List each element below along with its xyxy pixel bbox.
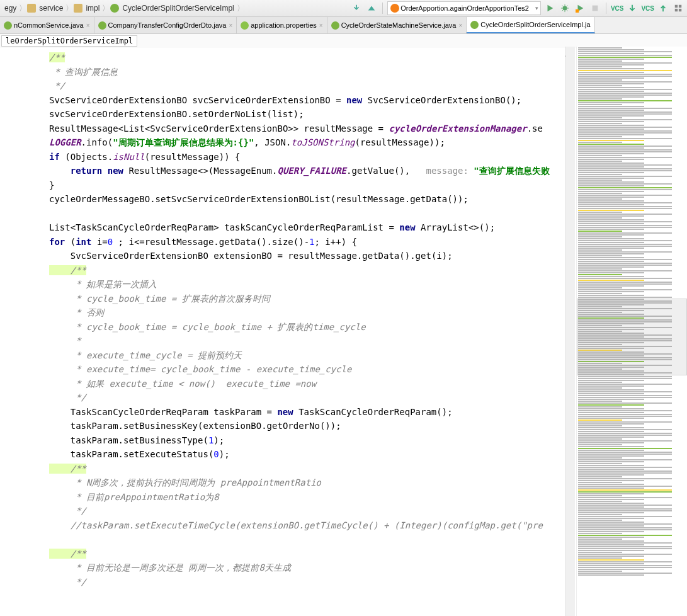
bc-item-class[interactable]: CycleOrderSplitOrderServiceImpl	[120, 4, 236, 13]
code-minimap[interactable]: // generate minimap lines procedurally	[576, 47, 687, 616]
bc-item-egy[interactable]: egy	[3, 4, 18, 13]
tab-state-machine[interactable]: CycleOrderStateMachineService.java×	[327, 17, 467, 33]
svg-rect-4	[679, 5, 681, 8]
debug-button[interactable]	[559, 2, 571, 14]
java-icon	[331, 21, 339, 30]
stop-button[interactable]	[589, 2, 601, 14]
chevron-right-icon: 〉	[65, 3, 74, 14]
java-icon	[4, 21, 12, 30]
class-icon	[110, 4, 119, 13]
bc-item-service[interactable]: service	[37, 4, 65, 13]
svg-rect-3	[675, 5, 678, 8]
chevron-right-icon: 〉	[101, 3, 110, 14]
close-icon[interactable]: ×	[86, 22, 90, 29]
folder-icon	[27, 4, 36, 13]
vcs-label: VCS	[611, 5, 624, 12]
java-icon	[470, 21, 479, 29]
svg-rect-2	[593, 6, 598, 11]
run-button[interactable]	[543, 2, 556, 14]
vcs-update-button[interactable]	[626, 2, 639, 14]
tab-app-properties[interactable]: application.properties×	[237, 17, 327, 33]
folder-icon	[74, 4, 82, 13]
class-breadcrumb: leOrderSplitOrderServiceImpl	[0, 34, 687, 48]
properties-icon	[241, 21, 249, 30]
run-config-label: OrderApportion.againOrderApportionTes2	[400, 4, 529, 12]
test-icon	[390, 4, 399, 13]
breadcrumb[interactable]: egy 〉 service 〉 impl 〉 CycleOrderSplitOr…	[3, 3, 245, 14]
vcs-label-2: VCS	[641, 5, 654, 12]
tab-company-transfer[interactable]: CompanyTransferConfigOrderDto.java×	[94, 17, 237, 33]
vcs-commit-button[interactable]	[657, 2, 669, 14]
toolbar-btn-build[interactable]	[365, 2, 378, 14]
editor-tabs: nCommonService.java× CompanyTransferConf…	[0, 17, 687, 34]
toolbar-btn-down[interactable]	[350, 2, 363, 14]
chevron-right-icon: 〉	[236, 3, 245, 14]
close-icon[interactable]: ×	[458, 22, 462, 29]
svg-rect-6	[679, 9, 681, 11]
chevron-right-icon: 〉	[18, 3, 27, 14]
class-breadcrumb-item[interactable]: leOrderSplitOrderServiceImpl	[1, 35, 137, 47]
toolbar-more-button[interactable]	[672, 2, 684, 14]
run-coverage-button[interactable]	[574, 2, 586, 14]
svg-rect-1	[576, 9, 579, 13]
bc-item-impl[interactable]: impl	[84, 4, 101, 13]
java-icon	[98, 21, 106, 30]
svg-point-0	[562, 6, 567, 11]
toolbar: egy 〉 service 〉 impl 〉 CycleOrderSplitOr…	[0, 0, 687, 17]
tab-common-service[interactable]: nCommonService.java×	[0, 17, 94, 33]
svg-rect-5	[675, 9, 678, 11]
close-icon[interactable]: ×	[229, 22, 232, 29]
vertical-scrollbar[interactable]	[565, 47, 575, 616]
tab-split-order-impl[interactable]: CycleOrderSplitOrderServiceImpl.ja	[467, 17, 594, 33]
run-config-dropdown[interactable]: OrderApportion.againOrderApportionTes2	[387, 1, 541, 15]
toolbar-right: OrderApportion.againOrderApportionTes2 V…	[350, 1, 684, 15]
close-icon[interactable]: ×	[319, 22, 323, 29]
